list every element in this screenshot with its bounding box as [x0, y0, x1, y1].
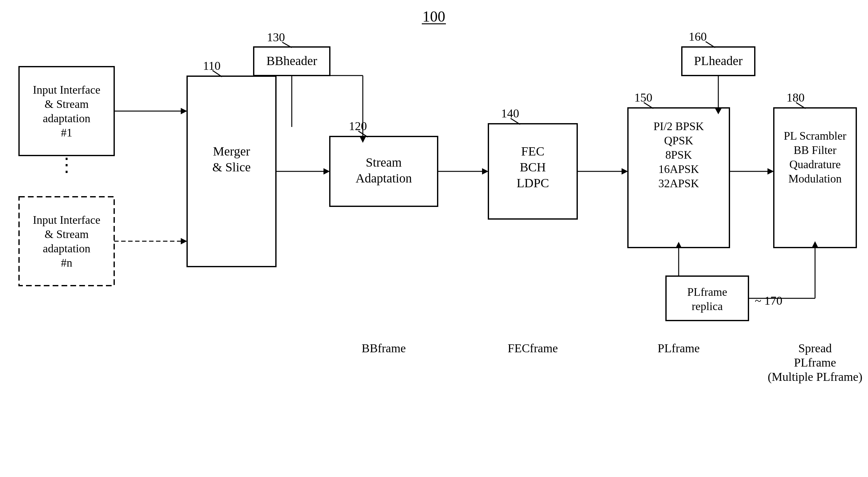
32apsk-label: 32APSK: [658, 177, 699, 190]
ref160: 160: [689, 30, 707, 43]
spread-plframe-label3: (Multiple PLframe): [768, 370, 863, 384]
arrow-replica-pls: [812, 241, 818, 247]
input1-label3: adaptation: [43, 112, 90, 125]
quadrature-label: Quadrature: [789, 158, 841, 171]
merger-label2: & Slice: [212, 160, 251, 174]
inputN-label3: adaptation: [43, 242, 90, 255]
inputN-box: [19, 197, 114, 286]
stream-label2: Adaptation: [355, 171, 412, 185]
plframe-replica-box: [666, 276, 748, 321]
16apsk-label: 16APSK: [658, 163, 699, 176]
plheader-label: PLheader: [694, 54, 742, 68]
ldpc-label: LDPC: [517, 176, 549, 190]
plframe-replica-label2: replica: [692, 300, 723, 312]
ref180: 180: [786, 91, 805, 104]
qpsk-label: QPSK: [664, 134, 693, 147]
bbheader-label: BBheader: [267, 54, 317, 68]
input1-label: Input Interface: [33, 84, 100, 96]
input1-box: [19, 67, 114, 155]
ref140: 140: [501, 107, 519, 120]
ref130: 130: [267, 30, 285, 44]
ref170: ~ 170: [755, 294, 782, 307]
arrow-mod-pls: [768, 168, 774, 175]
input1-label4: #1: [61, 126, 72, 139]
arrow-replica-mod: [676, 242, 682, 248]
fec-label: FEC: [521, 144, 544, 158]
ref120: 120: [349, 119, 367, 133]
spread-plframe-label2: PLframe: [794, 356, 836, 369]
merger-label: Merger: [213, 144, 250, 158]
plframe-label: PLframe: [658, 341, 700, 355]
stream-label: Stream: [366, 155, 402, 170]
input1-label2: & Stream: [45, 98, 89, 111]
diagram-title: 100: [423, 8, 445, 25]
modulation-label: Modulation: [788, 172, 842, 185]
pi2bpsk-label: PI/2 BPSK: [653, 120, 704, 133]
arrow-plheader-down: [715, 109, 721, 114]
bbfilter-label: BB Filter: [794, 144, 836, 156]
arrow-fec-mod: [622, 168, 628, 175]
dots: ⋮: [57, 154, 76, 176]
arrow-bb-stream: [360, 137, 366, 143]
inputN-label: Input Interface: [33, 214, 100, 226]
8psk-label: 8PSK: [665, 149, 692, 161]
diagram-container: 100 Input Interface & Stream adaptation …: [0, 0, 868, 477]
bch-label: BCH: [520, 160, 546, 174]
inputN-label4: #n: [61, 257, 72, 269]
ref150: 150: [634, 91, 652, 104]
plframe-replica-label: PLframe: [687, 286, 727, 298]
ref110: 110: [203, 59, 221, 72]
arrow1: [181, 108, 187, 114]
plscrambler-label: PL Scrambler: [784, 129, 846, 142]
arrow-stream-fec: [482, 168, 488, 175]
fecframe-label: FECframe: [508, 341, 558, 355]
arrow-merger-stream: [323, 168, 330, 175]
bbframe-label: BBframe: [362, 341, 406, 355]
inputN-label2: & Stream: [45, 228, 89, 241]
spread-plframe-label: Spread: [798, 341, 832, 355]
arrowN: [181, 238, 187, 244]
diagram-svg: 100 Input Interface & Stream adaptation …: [0, 0, 868, 477]
